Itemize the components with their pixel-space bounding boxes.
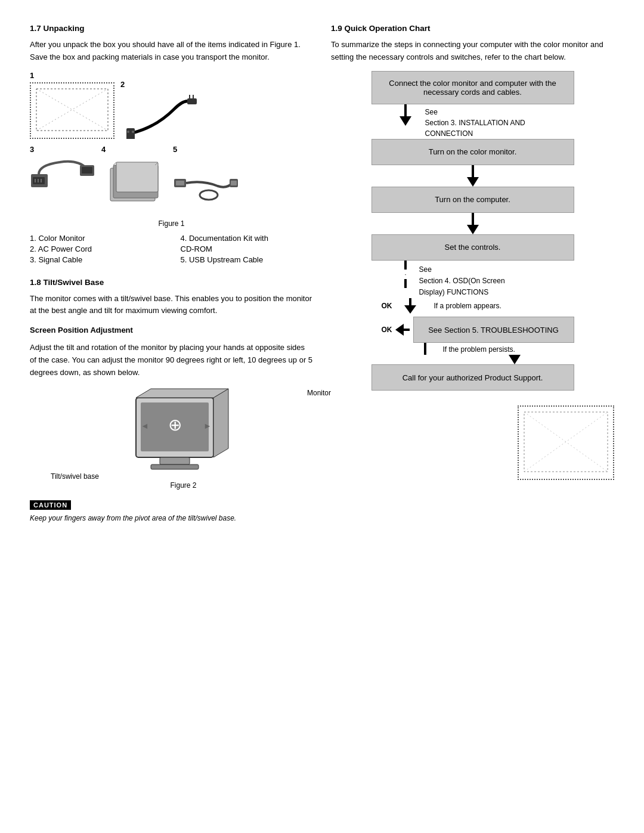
dockit-svg [101, 156, 167, 210]
left-column: 1.7 Unpacking After you unpack the box y… [30, 24, 313, 535]
svg-line-20 [113, 162, 116, 165]
arrow-line-1 [404, 104, 407, 116]
section-unpacking: 1.7 Unpacking After you unpack the box y… [30, 24, 313, 266]
caution-text: Keep your fingers away from the pivot ar… [30, 513, 313, 524]
figures-row-2: 3 [30, 145, 313, 210]
svg-line-2 [36, 89, 108, 131]
sigcable-svg [30, 156, 95, 210]
ok-arrow-row: OK If a problem appears. [371, 298, 574, 314]
flow-box-6: Call for your authorized Product Support… [371, 364, 574, 391]
svg-rect-23 [176, 181, 184, 185]
svg-rect-10 [33, 177, 45, 184]
side-note-1: SeeSection 3. INSTALLATION AND CONNECTIO… [425, 104, 574, 139]
svg-rect-6 [187, 98, 197, 104]
monitor-figure2: Monitor ⊕ ◄ [54, 386, 313, 496]
page-container: 1.7 Unpacking After you unpack the box y… [30, 24, 614, 535]
figures-row-1: 1 2 [30, 71, 313, 139]
persists-note: If the problem persists. [443, 343, 515, 354]
svg-text:◄: ◄ [141, 421, 149, 431]
section-tilt: 1.8 Tilt/Swivel Base The monitor comes w… [30, 278, 313, 524]
fig2-label: 2 [120, 80, 125, 89]
section19-heading: 1.9 Quick Operation Chart [331, 24, 614, 33]
right-column: 1.9 Quick Operation Chart To summarize t… [331, 24, 614, 535]
base-label: Tilt/swivel base [51, 472, 99, 481]
monitor-tilt-svg: ⊕ ◄ ► [118, 386, 249, 481]
bottom-monitor-area [518, 405, 614, 480]
svg-point-4 [127, 131, 129, 133]
svg-rect-15 [82, 167, 92, 174]
fig4-label: 4 [101, 145, 106, 154]
monitor-label: Monitor [307, 389, 331, 397]
arrow-line-3 [472, 213, 474, 225]
part-4: 4. Documentation Kit with [181, 234, 314, 243]
flow-box-3: Turn on the computer. [371, 187, 574, 213]
figure-item-1: 1 [30, 71, 114, 139]
arrow-line-2 [472, 165, 474, 177]
arrow-2 [371, 165, 574, 187]
arrow-note-1: SeeSection 3. INSTALLATION AND CONNECTIO… [371, 104, 574, 139]
section4-note: SeeSection 4. OSD(On ScreenDisplay) FUNC… [419, 264, 574, 299]
part-4b: CD-ROM [181, 244, 314, 253]
fig1-label: 1 [30, 71, 34, 80]
svg-rect-25 [231, 181, 237, 185]
left-arrow [395, 324, 413, 336]
flow-box-1: Connect the color monitor and computer w… [371, 71, 574, 104]
fig2-caption: Figure 2 [170, 481, 196, 490]
flow-box-4: Set the controls. [371, 234, 574, 261]
fig5-label: 5 [173, 145, 177, 154]
svg-text:⊕: ⊕ [168, 416, 181, 434]
arrowhead-3 [467, 225, 479, 234]
persists-arrowhead-row [392, 355, 595, 364]
bottom-monitor-box [518, 405, 614, 480]
ok-label-2: OK [371, 326, 395, 334]
section18-paragraph1: The monitor comes with a tilt/swivel bas… [30, 293, 313, 318]
part-1: 1. Color Monitor [30, 234, 163, 243]
flow-box-2: Turn on the color monitor. [371, 139, 574, 165]
monitor-svg [33, 86, 111, 134]
powercord-svg [120, 91, 198, 139]
figure-item-5: 5 [173, 145, 239, 210]
caution-label: CAUTION [30, 500, 71, 510]
section-quick-chart: 1.9 Quick Operation Chart To summarize t… [331, 24, 614, 480]
usbcable-svg [173, 156, 239, 210]
branch-area: · SeeSection 4. OSD(On ScreenDisplay) FU… [371, 261, 574, 299]
arrowhead-2 [467, 177, 479, 187]
ok-label-1: OK [371, 302, 395, 310]
arrow-3 [371, 213, 574, 234]
section17-paragraph: After you unpack the box you should have… [30, 39, 313, 64]
section18-paragraph2: Adjust the tilt and rotation of the moni… [30, 342, 313, 379]
part-2: 2. AC Power Cord [30, 244, 163, 253]
problem-note: If a problem appears. [434, 302, 501, 310]
persists-arrow-line [413, 343, 437, 355]
bottom-monitor-svg [521, 409, 611, 475]
svg-rect-3 [126, 128, 135, 139]
svg-text:►: ► [203, 421, 212, 431]
svg-rect-33 [151, 465, 199, 469]
branch-left: · [371, 261, 419, 299]
fig3-label: 3 [30, 145, 34, 154]
figure-item-4: 4 [101, 145, 167, 210]
fig1-caption: Figure 1 [30, 219, 313, 228]
flow-box-5: See Section 5. TROUBLESHOOTING [413, 317, 574, 343]
part-3: 3. Signal Cable [30, 255, 163, 264]
svg-point-5 [132, 131, 134, 133]
screen-position-subheading: Screen Position Adjustment [30, 324, 313, 337]
persists-arrow: If the problem persists. [371, 343, 574, 355]
svg-marker-30 [213, 389, 228, 457]
svg-rect-0 [36, 89, 108, 131]
arrowhead-1 [400, 116, 411, 126]
parts-col-right: 4. Documentation Kit with CD-ROM 5. USB … [181, 234, 314, 266]
svg-rect-32 [160, 457, 190, 465]
caution-section: CAUTION Keep your fingers away from the … [30, 500, 313, 524]
svg-point-26 [200, 190, 218, 200]
ok2-row: OK See Section 5. TROUBLESHOOTING [371, 317, 574, 343]
svg-line-1 [36, 89, 108, 131]
part-5: 5. USB Upstream Cable [181, 255, 314, 264]
svg-marker-31 [136, 389, 228, 398]
flow-chart: Connect the color monitor and computer w… [331, 71, 614, 481]
figure-item-3: 3 [30, 145, 95, 210]
monitor-box-icon [30, 82, 114, 139]
section18-heading: 1.8 Tilt/Swivel Base [30, 278, 313, 287]
section19-intro: To summarize the steps in connecting you… [331, 39, 614, 64]
figure-item-2: 2 [120, 80, 198, 139]
